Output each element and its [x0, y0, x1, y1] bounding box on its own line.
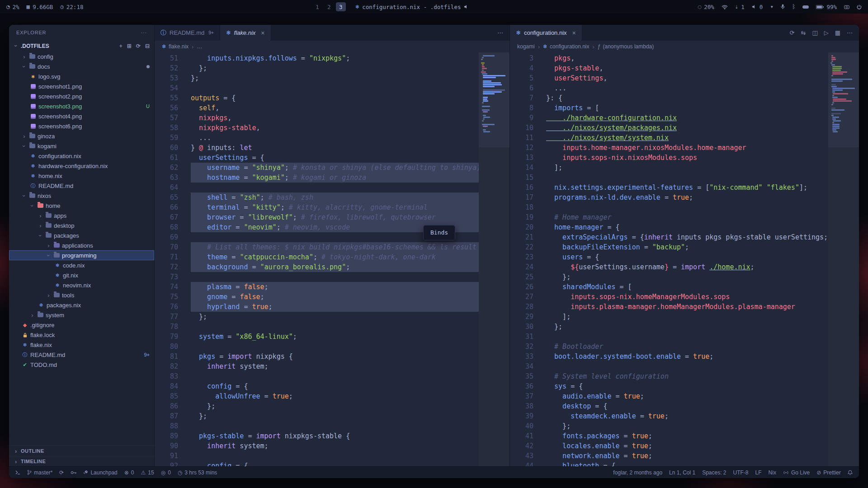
volume[interactable]: 0 [752, 4, 763, 10]
code-line[interactable]: 28 inputs.plasma-manager.homeManagerModu… [510, 302, 828, 312]
code-line[interactable]: 26 sharedModules = [ [510, 282, 828, 292]
tree-item-screenshot2-png[interactable]: screenshot2.png [9, 91, 154, 101]
tree-item-applications[interactable]: ›applications [9, 240, 154, 250]
breadcrumb[interactable]: kogami›❄configuration.nix›ƒ(anonymous la… [510, 41, 859, 52]
code-line[interactable]: 84 config = { [155, 381, 479, 391]
breadcrumb-item[interactable]: ƒ(anonymous lambda) [598, 43, 654, 50]
tree-item-code-nix[interactable]: ❄code.nix [9, 260, 154, 270]
outline-section[interactable]: › OUTLINE [9, 446, 154, 456]
code-line[interactable]: 65 shell = "zsh"; # bash, zsh [155, 192, 479, 202]
code-line[interactable]: 31 [510, 332, 828, 342]
new-file-icon[interactable]: + [119, 43, 123, 49]
microphone[interactable] [781, 4, 785, 9]
code-line[interactable]: 89 pkgs-stable = import nixpkgs-stable { [155, 431, 479, 441]
more-action-icon[interactable]: ⋯ [497, 30, 503, 36]
tree-item-screenshot3-png[interactable]: screenshot3.pngU [9, 101, 154, 111]
status-errors[interactable]: ⊗0 [124, 469, 134, 476]
status-git-blame[interactable]: foglar, 2 months ago [613, 469, 662, 476]
more-action-icon[interactable]: ⋯ [847, 30, 853, 36]
code-line[interactable]: 7}: { [510, 93, 828, 103]
code-line[interactable]: 74 plasma = false; [155, 282, 479, 292]
code-line[interactable]: 3 pkgs, [510, 53, 828, 63]
code-line[interactable]: 41 fonts.packages = true; [510, 431, 828, 441]
code-line[interactable]: 23 users = { [510, 252, 828, 262]
status-git-branch[interactable]: master* [27, 469, 52, 476]
collapse-icon[interactable]: ⊟ [145, 43, 150, 49]
code-line[interactable]: 66 terminal = "kitty"; # kitty, alacritt… [155, 202, 479, 212]
breadcrumb-item[interactable]: kogami [517, 43, 535, 50]
code-line[interactable]: 80 [155, 342, 479, 352]
status-launchpad[interactable]: Launchpad [83, 469, 117, 476]
code-line[interactable]: 58 nixpkgs-stable, [155, 123, 479, 133]
code-line[interactable]: 13 inputs.sops-nix.nixosModules.sops [510, 153, 828, 163]
layout-action-icon[interactable]: ▦ [835, 30, 840, 36]
code-line[interactable]: 56 self, [155, 103, 479, 113]
tree-item-flake-nix[interactable]: ❄flake.nix [9, 340, 154, 350]
code-line[interactable]: 71 theme = "catppuccin-mocha"; # tokyo-n… [155, 252, 479, 262]
workspace-3[interactable]: 3 [336, 2, 346, 11]
code-line[interactable]: 73 [155, 272, 479, 282]
tree-item-kogami[interactable]: ›kogami [9, 141, 154, 151]
status-warnings[interactable]: ⚠15 [141, 469, 154, 476]
code-line[interactable]: 72 background = "aurora_borealis.png"; [155, 262, 479, 272]
tree-item-desktop[interactable]: ›desktop [9, 221, 154, 230]
refresh-icon[interactable]: ⟳ [136, 43, 141, 49]
tree-item-logo-svg[interactable]: ∗logo.svg [9, 71, 154, 81]
tree-item-git-nix[interactable]: ❄git.nix [9, 270, 154, 280]
breadcrumb[interactable]: ❄flake.nix›… [155, 41, 509, 52]
bluetooth[interactable]: ᛒ [792, 4, 796, 10]
breadcrumb-item[interactable]: … [197, 43, 202, 50]
code-line[interactable]: 35 # System level configuration [510, 371, 828, 381]
code-line[interactable]: 14 ]; [510, 163, 828, 173]
code-line[interactable]: 32 # Bootloader [510, 342, 828, 352]
code-line[interactable]: 6 ... [510, 83, 828, 93]
code-line[interactable]: 75 gnome = false; [155, 292, 479, 302]
code-line[interactable]: 55outputs = { [155, 93, 479, 103]
workspace-2[interactable]: 2 [324, 2, 334, 11]
cpu-usage[interactable]: ◔2% [6, 4, 19, 10]
code-line[interactable]: 36 sys = { [510, 381, 828, 391]
clock[interactable]: ◷22:18 [60, 4, 83, 10]
code-line[interactable]: 24 ${userSettings.username} = import ./h… [510, 262, 828, 272]
tree-item-programming[interactable]: ›programming [9, 250, 154, 260]
code-line[interactable]: 37 audio.enable = true; [510, 391, 828, 401]
code-line[interactable]: 60} @ inputs: let [155, 143, 479, 153]
tree-item-screenshot4-png[interactable]: screenshot4.png [9, 111, 154, 121]
code-line[interactable]: 8 imports = [ [510, 103, 828, 113]
code-line[interactable]: 20 home-manager = { [510, 222, 828, 232]
code-line[interactable]: 59 ... [155, 133, 479, 143]
code-line[interactable]: 70 # List all themes: $ nix build nixpkg… [155, 242, 479, 252]
code-line[interactable]: 57 nixpkgs, [155, 113, 479, 123]
code-line[interactable]: 86 }; [155, 401, 479, 411]
code-line[interactable]: 77 }; [155, 312, 479, 322]
code-line[interactable]: 79 system = "x86_64-linux"; [155, 332, 479, 342]
status-notifications[interactable] [848, 470, 853, 475]
code-editor-flake-nix[interactable]: 51 inputs.nixpkgs.follows = "nixpkgs";52… [155, 52, 479, 466]
code-line[interactable]: 76 hyprland = true; [155, 302, 479, 312]
code-line[interactable]: 4 pkgs-stable, [510, 63, 828, 73]
status-sops-key[interactable] [71, 471, 76, 474]
tab-configuration-nix[interactable]: ❄configuration.nix× [510, 25, 582, 41]
close-icon[interactable]: × [572, 29, 576, 37]
tree-item-nixos[interactable]: ›nixos [9, 191, 154, 201]
tree-item-hardware-configuration-nix[interactable]: ❄hardware-configuration.nix [9, 161, 154, 171]
code-line[interactable]: 88 [155, 421, 479, 431]
tree-item-tools[interactable]: ›tools [9, 290, 154, 300]
tree-item-readme-md[interactable]: ⓘREADME.md9+ [9, 350, 154, 360]
code-line[interactable]: 27 inputs.sops-nix.homeManagerModules.so… [510, 292, 828, 302]
tree-item-screenshot6-png[interactable]: screenshot6.png [9, 121, 154, 131]
run-action-icon[interactable]: ▷ [824, 30, 829, 36]
code-line[interactable]: 62 username = "shinya"; # konsta or shin… [155, 163, 479, 173]
code-line[interactable]: 38 desktop = { [510, 401, 828, 411]
tree-item-home[interactable]: ›home [9, 201, 154, 211]
code-line[interactable]: 92 config = { [155, 461, 479, 466]
code-line[interactable]: 33 boot.loader.systemd-boot.enable = tru… [510, 352, 828, 361]
code-line[interactable]: 42 locales.enable = true; [510, 441, 828, 451]
tree-item-packages-nix[interactable]: ❄packages.nix [9, 300, 154, 310]
new-folder-icon[interactable]: ⊞ [127, 43, 132, 49]
status-cursor-position[interactable]: Ln 1, Col 1 [669, 469, 695, 476]
timeline-section[interactable]: › TIMELINE [9, 456, 154, 466]
code-line[interactable]: 64 [155, 183, 479, 192]
code-line[interactable]: 22 backupFileExtension = "backup"; [510, 242, 828, 252]
code-line[interactable]: 15 [510, 173, 828, 183]
